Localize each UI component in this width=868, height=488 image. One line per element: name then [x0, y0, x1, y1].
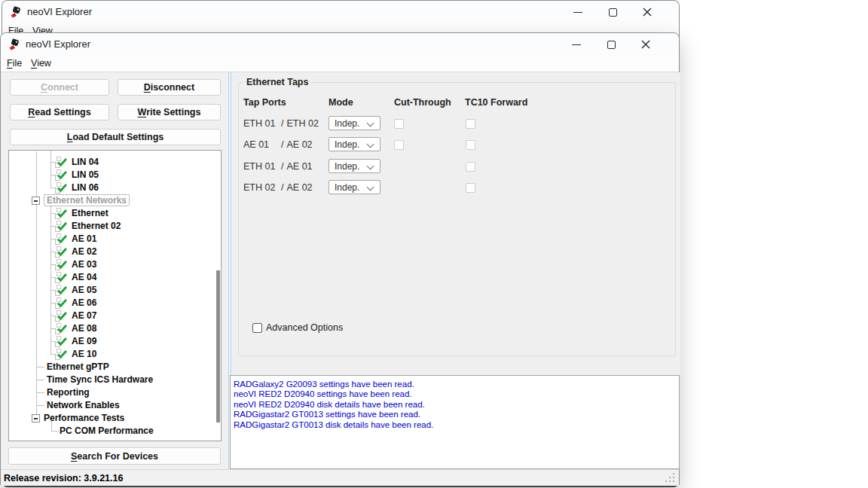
collapse-expander-icon[interactable] [32, 414, 40, 422]
back-window-title: neoVI Explorer [27, 6, 92, 17]
maximize-icon [609, 8, 617, 17]
tree-item-lin-04[interactable]: LIN 04 [9, 156, 212, 169]
mode-dropdown[interactable]: Indep. [329, 116, 381, 130]
tree-item-ethernet[interactable]: Ethernet [9, 207, 212, 220]
maximize-icon [607, 41, 616, 49]
connect-button[interactable]: Connect [10, 79, 109, 96]
cut-through-checkbox[interactable] [394, 140, 404, 150]
load-default-settings-button[interactable]: Load Default Settings [10, 129, 221, 145]
network-check-icon [55, 336, 68, 347]
app-icon [8, 38, 20, 50]
close-button[interactable] [628, 33, 663, 56]
tc10-forward-checkbox[interactable] [466, 119, 475, 129]
mode-dropdown[interactable]: Indep. [329, 137, 381, 151]
network-check-icon [55, 182, 68, 194]
tree-item-time-sync-ics-hardware[interactable]: Time Sync ICS Hardware [9, 374, 212, 386]
tree-item-ae-09[interactable]: AE 09 [9, 335, 212, 348]
network-check-icon [55, 297, 68, 309]
network-check-icon [55, 157, 68, 168]
column-header-tc10-forward: TC10 Forward [465, 97, 527, 108]
log-line: neoVI RED2 D20940 disk details have been… [234, 400, 676, 410]
tree-item-ae-06[interactable]: AE 06 [9, 297, 212, 310]
title-bar[interactable]: neoVI Explorer [1, 33, 679, 56]
neovi-explorer-window: neoVI Explorer File View Connect Disconn… [0, 32, 680, 486]
tree-item-ae-10[interactable]: AE 10 [9, 348, 212, 361]
back-title-bar[interactable]: neoVI Explorer [2, 1, 679, 23]
minimize-button[interactable] [559, 33, 594, 56]
disconnect-button[interactable]: Disconnect [118, 79, 221, 96]
tree-item-ae-04[interactable]: AE 04 [9, 271, 212, 284]
column-header-mode: Mode [329, 97, 353, 108]
network-check-icon [55, 169, 68, 181]
log-line: neoVI RED2 D20940 settings have been rea… [234, 389, 676, 399]
release-revision-text: Release revision: 3.9.21.16 [4, 473, 123, 483]
group-title: Ethernet Taps [243, 77, 311, 87]
tree-item-ethernet-02[interactable]: Ethernet 02 [9, 220, 212, 233]
back-close-button[interactable] [630, 1, 665, 23]
back-maximize-button[interactable] [595, 1, 630, 23]
device-tree: LIN 04 LIN 05 LIN 06 Ethernet Networks E… [8, 150, 222, 441]
close-icon [643, 8, 652, 17]
tree-scrollbar[interactable] [214, 151, 220, 441]
network-check-icon [55, 323, 68, 334]
tc10-forward-checkbox[interactable] [466, 162, 475, 172]
tree-item-performance-tests[interactable]: Performance Tests [9, 412, 212, 425]
network-check-icon [55, 208, 68, 219]
network-check-icon [55, 272, 68, 283]
log-line: RADGigastar2 GT0013 settings have been r… [234, 410, 676, 419]
log-line: RADGalaxy2 G20093 settings have been rea… [234, 380, 676, 389]
tree-item-ae-02[interactable]: AE 02 [9, 246, 212, 258]
network-check-icon [55, 285, 68, 296]
close-icon [641, 40, 650, 49]
scrollbar-thumb[interactable] [216, 270, 220, 422]
network-check-icon [55, 349, 68, 360]
tree-item-ae-03[interactable]: AE 03 [9, 258, 212, 271]
tree-item-ethernet-networks[interactable]: Ethernet Networks [9, 194, 212, 207]
tree-item-lin-06[interactable]: LIN 06 [9, 181, 212, 194]
write-settings-button[interactable]: Write Settings [118, 104, 221, 120]
network-check-icon [55, 221, 68, 232]
tree-item-reporting[interactable]: Reporting [9, 386, 212, 399]
tree-item-ethernet-gptp[interactable]: Ethernet gPTP [9, 361, 212, 374]
tree-item-lin-05[interactable]: LIN 05 [9, 169, 212, 181]
cut-through-checkbox[interactable] [394, 119, 404, 129]
search-for-devices-button[interactable]: Search For Devices [8, 447, 221, 465]
minimize-icon [572, 44, 581, 45]
tap-ports-label: ETH 01/ETH 02 [243, 118, 319, 129]
back-minimize-button[interactable] [561, 1, 595, 23]
network-check-icon [55, 259, 68, 270]
tree-item-ae-05[interactable]: AE 05 [9, 284, 212, 297]
ethernet-taps-panel: Ethernet Taps Tap Ports Mode Cut-Through… [231, 72, 680, 375]
read-settings-button[interactable]: Read Settings [10, 104, 109, 120]
log-output[interactable]: RADGalaxy2 G20093 settings have been rea… [230, 375, 680, 469]
tree-item-network-enables[interactable]: Network Enables [9, 399, 212, 412]
mode-dropdown[interactable]: Indep. [329, 159, 381, 173]
tree-item-ae-01[interactable]: AE 01 [9, 233, 212, 246]
tap-ports-label: ETH 01/AE 01 [243, 161, 313, 172]
network-check-icon [55, 310, 68, 322]
tap-ports-label: ETH 02/AE 02 [243, 182, 313, 193]
tap-ports-label: AE 01/AE 02 [243, 139, 313, 150]
tree-item-pc-com-performance[interactable]: PC COM Performance [9, 425, 212, 438]
tree-item-ae-07[interactable]: AE 07 [9, 310, 212, 322]
mode-dropdown[interactable]: Indep. [329, 180, 381, 194]
log-line: RADGigastar2 GT0013 disk details have be… [234, 420, 676, 430]
tc10-forward-checkbox[interactable] [466, 140, 475, 150]
menu-bar: File View [1, 56, 679, 72]
maximize-button[interactable] [594, 33, 628, 56]
network-check-icon [55, 246, 68, 258]
tc10-forward-checkbox[interactable] [466, 183, 475, 193]
column-header-cut-through: Cut-Through [394, 97, 451, 108]
advanced-options-checkbox[interactable] [252, 323, 262, 333]
tree-item-ae-08[interactable]: AE 08 [9, 322, 212, 335]
status-bar: Release revision: 3.9.21.16 [1, 469, 679, 486]
collapse-expander-icon[interactable] [32, 197, 40, 205]
window-title: neoVI Explorer [26, 38, 90, 50]
app-icon [10, 6, 22, 18]
resize-grip[interactable] [673, 480, 674, 482]
column-header-tap-ports: Tap Ports [243, 97, 286, 108]
menu-view[interactable]: View [31, 58, 51, 69]
desktop: neoVI Explorer File View neoVI Explorer [0, 0, 868, 488]
network-check-icon [55, 233, 68, 245]
menu-file[interactable]: File [7, 58, 22, 69]
